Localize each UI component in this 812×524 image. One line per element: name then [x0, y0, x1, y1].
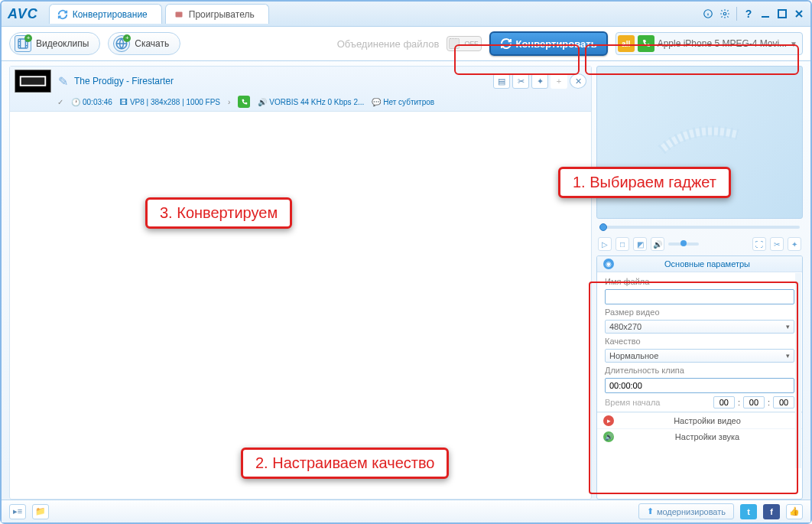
volume-slider[interactable] — [668, 242, 699, 246]
close-icon[interactable] — [794, 8, 804, 19]
list-view-icon[interactable]: ▸≡ — [9, 504, 26, 519]
video-settings-row[interactable]: ▸ Настройки видео — [597, 412, 802, 428]
convert-button[interactable]: Конвертировать — [489, 31, 607, 56]
pencil-icon[interactable]: ✎ — [57, 76, 68, 86]
svg-rect-0 — [175, 11, 182, 17]
svg-point-2 — [723, 12, 726, 15]
play-icon[interactable]: ▷ — [598, 237, 612, 251]
clock-icon: 🕐 — [71, 98, 80, 106]
filmstrip-icon — [654, 119, 745, 165]
minimize-icon[interactable] — [760, 8, 771, 19]
edit-icon[interactable]: ▤ — [493, 73, 510, 89]
tab-label: Проигрыватель — [189, 9, 255, 20]
checkmark-icon: ✓ — [57, 98, 63, 106]
body: ✎ The Prodigy - Firestarter ▤ ✂ ✦ + ✕ ✓ … — [2, 61, 810, 500]
app-logo: AVC — [8, 6, 38, 22]
upgrade-button[interactable]: ⬆ модернизировать — [638, 503, 734, 519]
facebook-icon[interactable]: f — [763, 504, 780, 519]
download-button[interactable]: + Скачать — [108, 32, 180, 55]
filename-input[interactable] — [605, 289, 794, 304]
annotation-callout-2: 2. Настраиваем качество — [241, 448, 449, 479]
device-label: Apple iPhone 5 MPEG-4 Movi... — [658, 38, 787, 49]
filename-label: Имя файла — [605, 277, 794, 286]
button-label: Видеоклипы — [36, 38, 89, 49]
device-selector[interactable]: all Apple iPhone 5 MPEG-4 Movi... ▼ — [615, 32, 803, 55]
params-header: ◉ Основные параметры — [597, 256, 802, 272]
time-ss-input[interactable] — [773, 396, 794, 408]
quality-select[interactable]: Нормальное ▾ — [605, 349, 794, 363]
videosize-label: Размер видео — [605, 308, 794, 317]
time-mm-input[interactable] — [743, 396, 765, 408]
add-icon[interactable]: + — [551, 73, 567, 89]
params-panel: ◉ Основные параметры Имя файла Размер ви… — [596, 255, 803, 500]
film-icon: 🎞 — [120, 98, 128, 106]
crop-icon[interactable]: ⛶ — [752, 237, 766, 251]
videosize-select[interactable]: 480x270 ▾ — [605, 320, 794, 334]
camera-icon[interactable]: ◩ — [633, 237, 647, 251]
title-tabs: Конвертирование Проигрыватель — [49, 4, 703, 24]
phone-icon — [638, 35, 654, 52]
annotation-callout-1: 1. Выбираем гаджет — [558, 167, 731, 198]
tab-player[interactable]: Проигрыватель — [165, 4, 269, 24]
quality-label: Качество — [605, 337, 794, 346]
maximize-icon[interactable] — [777, 8, 788, 19]
annotation-callout-3: 3. Конвертируем — [145, 197, 292, 229]
fx-icon[interactable]: ✦ — [788, 237, 801, 251]
scissors-icon[interactable]: ✂ — [770, 237, 784, 251]
clip-list: ✎ The Prodigy - Firestarter ▤ ✂ ✦ + ✕ ✓ … — [9, 66, 592, 500]
svg-rect-3 — [762, 16, 769, 18]
scrollbar[interactable] — [795, 273, 801, 468]
chevron-down-icon: ▼ — [790, 40, 797, 48]
seek-slider[interactable] — [596, 222, 803, 233]
toggle-off-label: OFF — [464, 40, 478, 47]
tab-convert[interactable]: Конвертирование — [49, 4, 162, 24]
clip-info-row: ✓ 🕐 00:03:46 🎞 VP8 | 384x288 | 1000 FPS … — [15, 96, 586, 108]
select-value: Нормальное — [609, 351, 658, 360]
cut-icon[interactable]: ✂ — [512, 73, 529, 89]
player-controls: ▷ □ ◩ 🔊 ⛶ ✂ ✦ — [596, 236, 803, 252]
merge-files-label: Объединение файлов — [337, 38, 440, 50]
merge-toggle[interactable]: OFF — [447, 36, 482, 51]
clip-duration: 00:03:46 — [83, 98, 112, 106]
svg-rect-9 — [21, 77, 45, 85]
thumbs-up-icon[interactable]: 👍 — [786, 504, 803, 519]
all-badge-icon: all — [618, 35, 635, 52]
gear-icon[interactable] — [719, 8, 730, 19]
audio-settings-row[interactable]: 🔊 Настройки звука — [597, 428, 802, 444]
twitter-icon[interactable]: t — [740, 504, 757, 519]
duration-input[interactable] — [605, 378, 794, 393]
clip-audio: VORBIS 44 KHz 0 Kbps 2... — [269, 98, 364, 106]
wand-icon[interactable]: ✦ — [531, 73, 548, 89]
chat-icon: 💬 — [372, 98, 381, 106]
toggle-knob — [449, 38, 460, 49]
video-settings-label: Настройки видео — [619, 416, 796, 425]
folder-icon[interactable]: 📁 — [32, 504, 49, 519]
remove-icon[interactable]: ✕ — [570, 73, 586, 89]
button-label: Скачать — [135, 38, 169, 49]
window-controls: ? — [703, 7, 804, 21]
button-label: модернизировать — [657, 507, 726, 516]
time-hh-input[interactable] — [713, 396, 735, 408]
clip-title: The Prodigy - Firestarter — [74, 76, 487, 86]
title-bar: AVC Конвертирование Проигрыватель ? — [2, 2, 810, 26]
start-time-label: Время начала — [605, 398, 710, 407]
button-label: Конвертировать — [515, 38, 596, 50]
svg-rect-4 — [778, 10, 786, 18]
volume-icon[interactable]: 🔊 — [651, 237, 664, 251]
info-icon[interactable] — [703, 8, 713, 19]
right-sidebar: ▷ □ ◩ 🔊 ⛶ ✂ ✦ ◉ Основные параметры Имя ф… — [596, 66, 803, 500]
app-window: AVC Конвертирование Проигрыватель ? — [0, 0, 812, 524]
globe-icon: + — [113, 35, 130, 52]
chevron-down-icon: ▾ — [786, 352, 790, 360]
clip-item[interactable]: ✎ The Prodigy - Firestarter ▤ ✂ ✦ + ✕ ✓ … — [10, 67, 591, 112]
duration-label: Длительность клипа — [605, 366, 794, 375]
video-clips-button[interactable]: + Видеоклипы — [9, 32, 100, 55]
help-icon[interactable]: ? — [743, 8, 754, 19]
main-toolbar: + Видеоклипы + Скачать Объединение файло… — [2, 26, 810, 61]
stop-icon[interactable]: □ — [615, 237, 629, 251]
chevron-down-icon: ▾ — [786, 323, 790, 330]
clip-subs: Нет субтитров — [383, 98, 434, 106]
clip-thumbnail — [15, 70, 51, 93]
plus-badge-icon: + — [123, 34, 131, 42]
status-bar: ▸≡ 📁 ⬆ модернизировать t f 👍 — [2, 500, 810, 522]
